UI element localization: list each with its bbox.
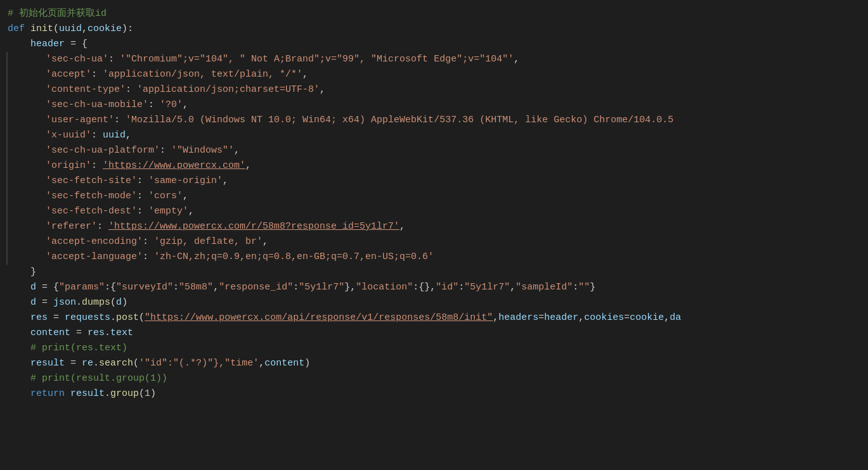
func-name: init — [30, 22, 53, 37]
line-sec-ch-ua-mobile: 'sec-ch-ua-mobile': '?0', — [38, 98, 868, 113]
line-origin: 'origin': 'https://www.powercx.com', — [38, 158, 868, 174]
line-accept-encoding: 'accept-encoding': 'gzip, deflate, br', — [38, 234, 868, 250]
line-content-type: 'content-type': 'application/json;charse… — [38, 82, 868, 98]
line-accept: 'accept': 'application/json, text/plain,… — [38, 67, 868, 82]
header-block: 'sec-ch-ua': '"Chromium";v="104", " Not … — [6, 52, 868, 265]
line-comment1: # 初始化页面并获取id — [0, 6, 868, 22]
line-user-agent: 'user-agent': 'Mozilla/5.0 (Windows NT 1… — [38, 113, 868, 128]
line-sec-ch-ua: 'sec-ch-ua': '"Chromium";v="104", " Not … — [38, 52, 868, 67]
line-header-assign: header = { — [0, 37, 868, 52]
line-accept-language: 'accept-language': 'zh-CN,zh;q=0.9,en;q=… — [38, 250, 868, 265]
comment1-text: # 初始化页面并获取id — [8, 6, 107, 22]
line-sec-ch-ua-platform: 'sec-ch-ua-platform': '"Windows"', — [38, 143, 868, 158]
line-comment3: # print(result.group(1)) — [0, 371, 868, 386]
line-res: res = requests.post("https://www.powercx… — [0, 310, 868, 326]
line-return: return result.group(1) — [0, 386, 868, 402]
line-def: def init(uuid,cookie): — [0, 22, 868, 37]
line-d2: d = json.dumps(d) — [0, 295, 868, 310]
code-editor: # 初始化页面并获取id def init(uuid,cookie): head… — [0, 0, 868, 470]
line-comment2: # print(res.text) — [0, 341, 868, 356]
line-sec-fetch-dest: 'sec-fetch-dest': 'empty', — [38, 204, 868, 219]
line-sec-fetch-mode: 'sec-fetch-mode': 'cors', — [38, 189, 868, 204]
line-referer: 'referer': 'https://www.powercx.com/r/58… — [38, 219, 868, 234]
line-x-uuid: 'x-uuid': uuid, — [38, 128, 868, 143]
line-close-brace: } — [0, 265, 868, 280]
line-sec-fetch-site: 'sec-fetch-site': 'same-origin', — [38, 174, 868, 189]
line-result: result = re.search('"id":"(.*?)"},"time'… — [0, 356, 868, 371]
keyword-def: def — [8, 22, 30, 37]
line-content: content = res.text — [0, 326, 868, 341]
line-d1: d = {"params":{"surveyId":"58m8","respon… — [0, 280, 868, 295]
